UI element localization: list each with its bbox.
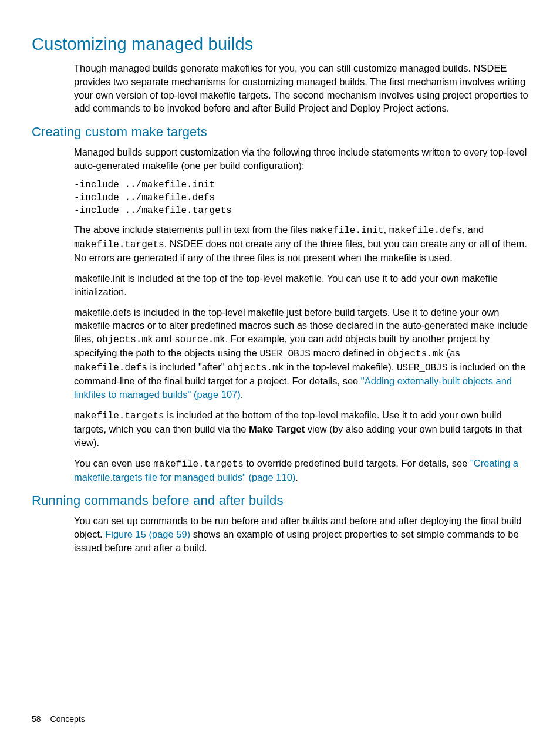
paragraph-intro: Though managed builds generate makefiles… [74,62,528,115]
paragraph-include-explanation: The above include statements pull in tex… [74,223,528,265]
paragraph-custom-targets-intro: Managed builds support customization via… [74,146,528,173]
code-objects-mk-3: objects.mk [227,363,284,373]
text: You can even use [74,458,153,468]
heading-customizing-managed-builds: Customizing managed builds [32,33,528,56]
text: (as [444,347,460,358]
page-footer: 58Concepts [32,714,85,725]
code-objects-mk: objects.mk [97,335,153,345]
code-makefile-init: makefile.init [311,225,384,236]
text: , [383,224,389,235]
text: macro defined in [311,347,387,358]
bold-make-target: Make Target [249,424,305,434]
paragraph-override-targets: You can even use makefile.targets to ove… [74,457,528,484]
code-makefile-targets-2: makefile.targets [74,411,164,421]
heading-running-commands: Running commands before and after builds [32,492,528,509]
code-source-mk: source.mk [174,335,225,345]
text: . [295,472,298,482]
code-makefile-targets: makefile.targets [74,239,164,250]
page-number: 58 [32,714,41,724]
text: is included "after" [147,362,227,372]
paragraph-makefile-init: makefile.init is included at the top of … [74,272,528,299]
code-makefile-targets-3: makefile.targets [153,459,244,470]
text: to override predefined build targets. Fo… [244,458,470,468]
code-objects-mk-2: objects.mk [387,349,444,359]
paragraph-makefile-defs: makefile.defs is included in the top-lev… [74,306,528,401]
text: The above include statements pull in tex… [74,224,311,235]
link-figure-15[interactable]: Figure 15 (page 59) [105,529,190,539]
paragraph-running-commands: You can set up commands to be run before… [74,514,528,554]
text: . [241,389,244,400]
heading-creating-custom-make-targets: Creating custom make targets [32,123,528,141]
code-makefile-defs: makefile.defs [389,225,463,236]
code-makefile-defs-2: makefile.defs [74,363,147,373]
paragraph-makefile-targets: makefile.targets is included at the bott… [74,409,528,450]
code-user-objs-2: USER_OBJS [397,363,447,373]
section-name: Concepts [50,714,85,724]
code-user-objs: USER_OBJS [259,349,310,359]
text: and [153,333,175,344]
text: , and [462,224,484,235]
text: in the top-level makefile). [284,362,397,372]
code-include-statements: -include ../makefile.init -include ../ma… [74,179,528,217]
